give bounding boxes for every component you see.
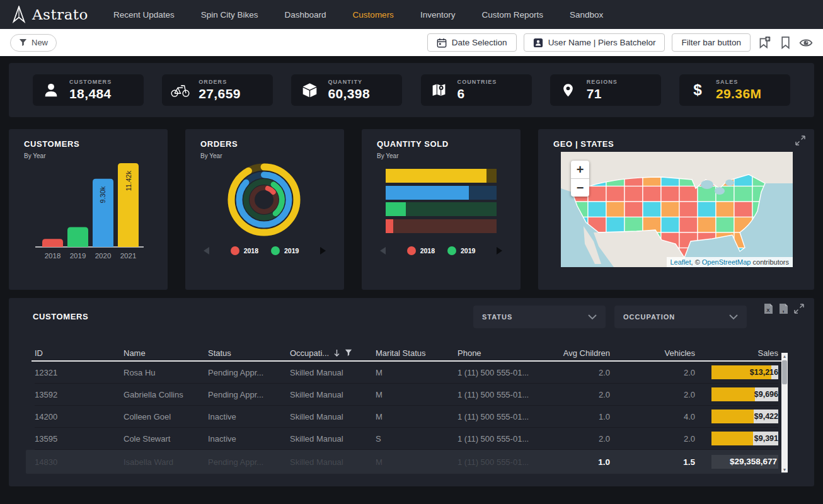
- hbar-2018[interactable]: [386, 219, 497, 233]
- state-shape[interactable]: [643, 202, 661, 217]
- state-shape[interactable]: [679, 217, 698, 233]
- state-shape[interactable]: [679, 202, 698, 217]
- column-header-sales[interactable]: Sales: [695, 348, 778, 358]
- state-shape[interactable]: [624, 217, 643, 233]
- kpi-value: 60,398: [328, 86, 370, 101]
- state-shape[interactable]: [588, 202, 606, 217]
- user-button[interactable]: User Name | Piers Batchelor: [524, 33, 665, 52]
- state-shape[interactable]: [716, 202, 734, 217]
- brand-logo[interactable]: Astrato: [11, 6, 88, 23]
- add-bookmark-button[interactable]: [757, 36, 771, 50]
- nav-item-custom-reports[interactable]: Custom Reports: [481, 10, 543, 20]
- filter-bar-button-label: Filter bar button: [681, 38, 741, 47]
- column-header-vehicles[interactable]: Vehicles: [610, 348, 695, 358]
- legend-next-arrow[interactable]: [320, 247, 326, 255]
- bar-2019[interactable]: [67, 227, 88, 247]
- nav-item-inventory[interactable]: Inventory: [420, 10, 456, 20]
- bar-2018[interactable]: [42, 239, 63, 247]
- legend-item-2019: 2019: [271, 246, 299, 255]
- filter-bar-button[interactable]: Filter bar button: [672, 33, 751, 52]
- new-filter-button[interactable]: New: [10, 34, 57, 52]
- column-header-id[interactable]: ID: [35, 348, 124, 358]
- expand-icon[interactable]: [795, 135, 805, 148]
- bookmark-button[interactable]: [778, 36, 792, 50]
- occupation-filter-select[interactable]: OCCUPATION: [614, 306, 747, 328]
- table-scrollbar[interactable]: ▲ ▼: [781, 353, 788, 472]
- state-shape[interactable]: [716, 217, 734, 233]
- legend-next-arrow[interactable]: [497, 247, 502, 255]
- state-shape[interactable]: [624, 186, 643, 202]
- legend-prev-arrow[interactable]: [380, 247, 386, 255]
- column-filter-icon[interactable]: [345, 349, 352, 357]
- sort-desc-icon[interactable]: [333, 349, 340, 357]
- table-row[interactable]: 13592Gabriella CollinsPending Appr...Ski…: [35, 384, 778, 406]
- brand-name: Astrato: [32, 6, 88, 23]
- view-button[interactable]: [799, 36, 813, 50]
- cell-id: 13592: [35, 390, 124, 399]
- table-row[interactable]: 12321Rosa HuPending Appr...Skilled Manua…: [35, 362, 778, 384]
- column-header-avg-children[interactable]: Avg Children: [552, 348, 610, 358]
- nav-item-spin-city-bikes[interactable]: Spin City Bikes: [201, 10, 258, 20]
- cell-avg-children: 2.0: [552, 368, 610, 377]
- column-header-status[interactable]: Status: [208, 348, 290, 358]
- state-shape[interactable]: [679, 186, 698, 202]
- column-header-marital-status[interactable]: Marital Status: [376, 348, 458, 358]
- state-shape[interactable]: [661, 202, 679, 217]
- cell-occupation: Skilled Manual: [290, 368, 376, 377]
- kpi-card-customers: CUSTOMERS18,484: [33, 74, 144, 106]
- state-shape[interactable]: [606, 202, 624, 217]
- export-csv-button[interactable]: ,: [779, 303, 788, 317]
- state-shape[interactable]: [606, 186, 624, 202]
- nav-item-sandbox[interactable]: Sandbox: [570, 10, 603, 20]
- state-shape[interactable]: [624, 202, 643, 217]
- column-header-name[interactable]: Name: [124, 348, 208, 358]
- export-excel-button[interactable]: X: [764, 303, 773, 317]
- kpi-card-orders: ORDERS27,659: [162, 74, 273, 106]
- map-zoom-in-button[interactable]: +: [571, 161, 589, 179]
- scrollbar-thumb[interactable]: [782, 360, 787, 384]
- state-shape[interactable]: [588, 186, 606, 202]
- bar-value-label: 11.42k: [125, 171, 132, 192]
- expand-icon[interactable]: [794, 304, 804, 316]
- state-shape[interactable]: [643, 186, 661, 202]
- hbar-2020[interactable]: [386, 186, 497, 200]
- state-shape[interactable]: [661, 217, 679, 233]
- column-header-phone[interactable]: Phone: [458, 348, 552, 358]
- hbar-2019[interactable]: [386, 202, 497, 216]
- osm-link[interactable]: OpenStreetMap: [702, 258, 751, 266]
- state-shape[interactable]: [698, 202, 716, 217]
- legend-prev-arrow[interactable]: [204, 247, 209, 255]
- nav-item-customers[interactable]: Customers: [353, 10, 394, 20]
- quantity-chart-panel: QUANTITY SOLD By Year 20182019: [362, 129, 521, 290]
- nav-item-dashboard[interactable]: Dashboard: [285, 10, 326, 20]
- cell-name: Colleen Goel: [124, 412, 208, 421]
- hbar-2021[interactable]: [386, 169, 497, 183]
- kpi-value: 71: [587, 86, 618, 101]
- state-shape[interactable]: [734, 202, 752, 217]
- date-selection-button[interactable]: Date Selection: [427, 33, 517, 52]
- table-row[interactable]: 13595Cole StewartInactiveSkilled ManualS…: [35, 428, 778, 450]
- table-row[interactable]: 14200Colleen GoelInactiveSkilled ManualM…: [35, 406, 778, 428]
- status-filter-select[interactable]: STATUS: [473, 306, 606, 328]
- sales-bar: $9,696: [711, 387, 778, 401]
- legend-label: 2018: [420, 247, 435, 255]
- nav-item-recent-updates[interactable]: Recent Updates: [113, 10, 175, 20]
- state-shape[interactable]: [698, 217, 716, 233]
- orders-chart-panel: ORDERS By Year 20182019: [185, 129, 344, 290]
- faint-cell: 1 (11) 500 555-01...: [458, 457, 552, 467]
- column-header-occupati[interactable]: Occupati...: [290, 348, 376, 358]
- panel-subtitle: By Year: [200, 152, 222, 159]
- map-attribution: Leaflet, © OpenStreetMap contributors: [667, 257, 793, 267]
- state-shape[interactable]: [606, 217, 624, 233]
- scroll-down-arrow[interactable]: ▼: [782, 466, 787, 472]
- leaflet-link[interactable]: Leaflet: [670, 258, 691, 266]
- leaflet-map[interactable]: + − Leaflet, © OpenStreetMap contributor…: [561, 152, 793, 267]
- state-shape[interactable]: [661, 186, 679, 202]
- table-body: 12321Rosa HuPending Appr...Skilled Manua…: [35, 362, 778, 450]
- map-zoom-out-button[interactable]: −: [571, 179, 589, 197]
- scroll-up-arrow[interactable]: ▲: [782, 353, 787, 359]
- chevron-down-icon: [729, 314, 738, 320]
- cell-vehicles: 2.0: [610, 368, 695, 377]
- state-shape[interactable]: [734, 186, 752, 202]
- cell-phone: 1 (11) 500 555-01...: [458, 390, 552, 399]
